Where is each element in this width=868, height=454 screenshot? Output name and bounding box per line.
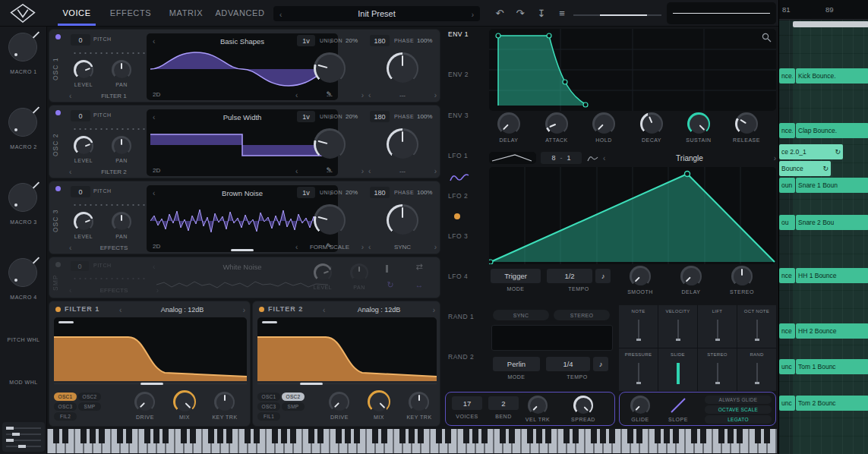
macro3-knob[interactable] (8, 183, 37, 212)
rand-stereo-button[interactable]: STEREO (554, 310, 610, 320)
daw-clip-clap[interactable]: Clap Bounce. (796, 123, 868, 138)
mod-source-stereo[interactable]: STEREO (698, 348, 737, 391)
menu-icon[interactable]: ≡ (554, 6, 570, 20)
osc3-pan-knob[interactable] (112, 212, 131, 232)
daw-clip-hh2[interactable]: HH 2 Bounce (796, 323, 868, 339)
rand-tempo-note-icon[interactable]: ♪ (593, 357, 608, 371)
lfo-shape-preview[interactable] (489, 152, 536, 164)
osc3-unison-detune[interactable]: 20% (346, 189, 358, 196)
osc3-transpose-snap[interactable] (71, 200, 151, 207)
filter2-route-smp[interactable]: SMP (282, 402, 305, 411)
tab-env2[interactable]: ENV 2 (445, 71, 488, 81)
osc1-morph-b-selector[interactable]: --- (368, 90, 437, 100)
daw-clip-partial[interactable]: nce (779, 268, 795, 283)
macro4-mod-handle[interactable] (33, 257, 39, 263)
tab-effects[interactable]: EFFECTS (106, 0, 155, 26)
osc3-unison-voices[interactable]: 1v (297, 187, 315, 198)
osc1-phase-random[interactable]: 100% (417, 37, 432, 44)
osc2-pan-knob[interactable] (112, 136, 131, 156)
osc3-view-mode[interactable]: 2D (153, 243, 160, 250)
osc2-phase-value[interactable]: 180 (370, 111, 390, 122)
daw-selection-bar[interactable] (793, 21, 868, 27)
lfo-display[interactable] (489, 167, 776, 264)
daw-clip-partial[interactable]: unc (779, 359, 795, 374)
osc2-morph-a-selector[interactable]: --- (295, 166, 364, 176)
osc2-morph-b-selector[interactable]: --- (368, 166, 437, 176)
daw-clip-hh1[interactable]: HH 1 Bounce (796, 268, 868, 283)
osc1-transpose-snap[interactable] (71, 49, 151, 55)
tab-env1[interactable]: ENV 1 (445, 30, 488, 41)
osc3-phase-random[interactable]: 100% (417, 189, 432, 196)
zoom-icon[interactable] (762, 33, 772, 43)
sampler-level-knob[interactable] (314, 263, 332, 282)
filter1-route-osc2[interactable]: OSC2 (78, 393, 101, 401)
osc3-morph-a-selector[interactable]: FORM SCALE (295, 242, 364, 252)
filter2-mix-knob[interactable] (368, 390, 390, 413)
tab-rand2[interactable]: RAND 2 (445, 353, 488, 364)
lfo-paint-icon[interactable] (586, 153, 598, 163)
daw-clip-partial[interactable]: nce. (779, 123, 795, 138)
spread-knob[interactable] (573, 396, 593, 415)
osc1-pan-knob[interactable] (112, 60, 131, 80)
daw-clip-snare2[interactable]: Snare 2 Bou (796, 215, 868, 230)
lfo-smooth-knob[interactable] (630, 266, 651, 287)
lfo1-drag-icon[interactable] (450, 172, 469, 183)
lfo-tempo-value[interactable]: 1/2 (547, 269, 592, 283)
filter1-mix-knob[interactable] (173, 390, 196, 413)
daw-clip-partial[interactable]: nce (779, 323, 795, 339)
osc2-routing-selector[interactable]: FILTER 2 (69, 167, 159, 177)
osc3-morph-knob[interactable] (387, 204, 418, 236)
daw-clip-partial[interactable]: nce. (779, 68, 795, 84)
osc3-morph-b-selector[interactable]: SYNC (368, 242, 437, 252)
voices-value[interactable]: 17 (452, 396, 482, 410)
osc1-view-mode[interactable]: 2D (153, 91, 160, 98)
filter1-type-selector[interactable]: Analog : 12dB (119, 304, 245, 315)
mod-source-pressure[interactable]: PRESSURE (619, 348, 658, 391)
rand-sync-button[interactable]: SYNC (493, 310, 549, 320)
loop-mode-icon[interactable]: ↻ (379, 280, 402, 294)
tab-env3[interactable]: ENV 3 (445, 112, 488, 122)
shuffle-icon[interactable]: ⇄ (408, 262, 431, 276)
macro2-mod-handle[interactable] (33, 106, 39, 113)
daw-clip-kick[interactable]: Kick Bounce. (796, 68, 868, 84)
filter2-drive-knob[interactable] (329, 392, 349, 412)
wavetable-frame-slider[interactable] (231, 249, 254, 251)
bend-value[interactable]: 2 (488, 396, 519, 410)
filter1-route-fil2[interactable]: FIL2 (54, 412, 77, 421)
daw-clip-partial[interactable]: ou (779, 215, 795, 230)
env-sustain-knob[interactable] (687, 112, 710, 135)
env-attack-knob[interactable] (545, 112, 568, 135)
vel-trk-knob[interactable] (528, 396, 548, 415)
tab-matrix[interactable]: MATRIX (164, 0, 208, 26)
filter2-keytrk-knob[interactable] (409, 392, 429, 412)
sampler-sample-selector[interactable]: White Noise (153, 261, 332, 272)
daw-clip-bounce201[interactable]: ce 2.0_1↻ (779, 144, 843, 159)
sampler-routing-selector[interactable]: EFFECTS (69, 285, 159, 295)
osc2-unison-voices[interactable]: 1v (297, 111, 315, 122)
osc1-morph-a-selector[interactable]: --- (295, 90, 364, 100)
osc1-unison-voices[interactable]: 1v (297, 35, 315, 46)
osc2-power-dot[interactable] (55, 110, 61, 115)
mod-source-note[interactable]: NOTE (619, 305, 658, 348)
tab-rand1[interactable]: RAND 1 (445, 313, 488, 323)
lfo-shape-selector[interactable]: Triangle (603, 152, 776, 164)
lfo-grid-spinner[interactable]: 8-1 (541, 152, 582, 164)
osc2-level-knob[interactable] (74, 136, 93, 156)
osc3-transpose[interactable]: 0 (71, 186, 90, 197)
osc3-wave-knob[interactable] (314, 204, 346, 236)
osc3-routing-selector[interactable]: EFFECTS (69, 243, 159, 253)
lfo2-drag-icon[interactable] (454, 213, 460, 219)
glide-knob[interactable] (630, 396, 650, 415)
filter1-power-dot[interactable] (55, 307, 61, 312)
daw-clip-tom1[interactable]: Tom 1 Bounc (796, 359, 868, 374)
preset-browser[interactable]: Init Preset (273, 6, 480, 21)
osc2-transpose-snap[interactable] (71, 125, 151, 131)
rand-tempo-value[interactable]: 1/4 (546, 357, 590, 371)
osc1-transpose[interactable]: 0 (71, 34, 90, 46)
lfo-tempo-note-icon[interactable]: ♪ (595, 269, 611, 283)
tab-voice[interactable]: VOICE (58, 0, 96, 26)
preset-name[interactable]: Init Preset (282, 9, 471, 18)
undo-icon[interactable]: ↶ (492, 6, 507, 20)
sampler-transpose[interactable]: 0 (71, 261, 89, 271)
daw-clip-partial[interactable]: oun (779, 178, 795, 193)
